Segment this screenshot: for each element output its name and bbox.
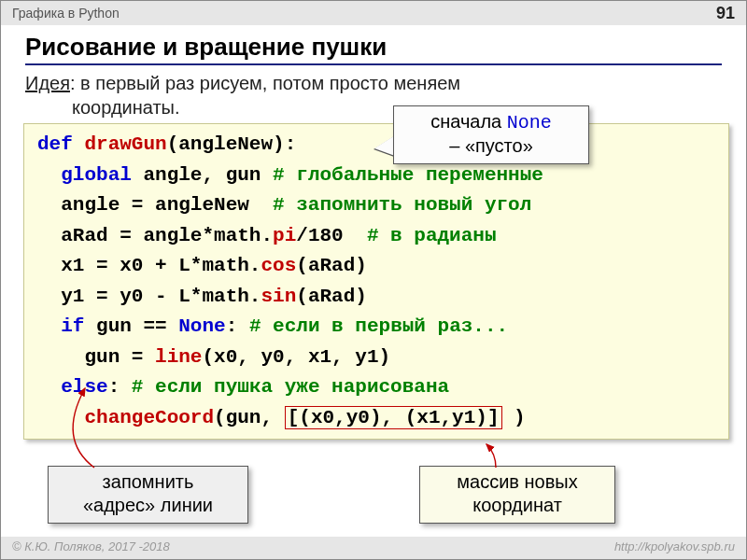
fn-line: line (155, 346, 202, 368)
callout-addr-2: «адрес» линии (83, 495, 213, 515)
code-l8a: gun = (84, 346, 155, 368)
code-l10b: ) (502, 407, 526, 428)
fn-drawgun: drawGun (84, 133, 166, 155)
kw-global: global (61, 164, 132, 186)
code-l6a: y1 = y0 - L*math. (61, 286, 261, 307)
attr-sin: sin (261, 286, 296, 307)
callout-arr-1: массив новых (457, 471, 577, 492)
header-topic: Графика в Python (12, 1, 120, 25)
cm-l2: # глобальные переменные (273, 164, 543, 186)
code-l9a: : (108, 376, 132, 398)
code-l7b: : (226, 315, 249, 337)
box-array: [(x0,y0), (x1,y1)] (285, 406, 502, 429)
callout-pointer-icon (374, 135, 395, 156)
kw-def: def (37, 133, 73, 155)
code-l5a: x1 = x0 + L*math. (61, 255, 261, 276)
attr-pi: pi (273, 225, 296, 246)
callout-address: запомнить«адрес» линии (48, 466, 248, 524)
footer-bar: © К.Ю. Поляков, 2017 -2018 http://kpolya… (1, 537, 746, 559)
code-l8b: (x0, y0, x1, y1) (202, 346, 390, 368)
header-bar: Графика в Python 91 (1, 1, 746, 25)
callout-array: массив новыхкоординат (419, 466, 615, 524)
cm-l3: # запомнить новый угол (273, 194, 531, 216)
callout-none-code: None (507, 112, 552, 133)
const-none: None (178, 315, 225, 337)
idea-block: Идея: в первый раз рисуем, потом просто … (25, 71, 722, 119)
cm-l7: # если в первый раз... (249, 315, 508, 337)
slide: Графика в Python 91 Рисование и вращение… (0, 0, 747, 560)
page-number: 91 (716, 1, 735, 25)
callout-arr-2: координат (472, 495, 562, 515)
callout-none: сначала None – «пусто» (393, 105, 589, 164)
footer-right: http://kpolyakov.spb.ru (614, 539, 735, 559)
footer-left: © К.Ю. Поляков, 2017 -2018 (12, 539, 170, 559)
code-l6b: (aRad) (296, 286, 367, 307)
callout-addr-1: запомнить (103, 471, 194, 492)
callout-none-text1: сначала (430, 111, 507, 132)
kw-else: else (61, 376, 107, 398)
idea-text-1: : в первый раз рисуем, потом просто меня… (70, 73, 460, 93)
code-l7a: gun == (84, 315, 178, 337)
code-l4b: /180 (296, 225, 367, 246)
fn-changecoord: changeCoord (84, 407, 214, 428)
cm-l9: # если пушка уже нарисована (132, 376, 449, 398)
code-l1-rest: (angleNew): (167, 133, 297, 155)
slide-title: Рисование и вращение пушки (25, 33, 722, 65)
idea-label: Идея (25, 73, 70, 93)
kw-if: if (61, 315, 84, 337)
code-l3a: angle = angleNew (61, 194, 273, 216)
attr-cos: cos (261, 255, 296, 276)
arrow-array-icon (486, 444, 496, 468)
callout-none-text2: – «пусто» (449, 135, 533, 156)
code-l5b: (aRad) (296, 255, 367, 276)
idea-text-2: координаты. (72, 95, 180, 119)
code-l4a: aRad = angle*math. (61, 225, 273, 246)
code-l2-rest: angle, gun (132, 164, 273, 186)
code-l10a: (gun, (214, 407, 285, 428)
cm-l4: # в радианы (367, 225, 497, 246)
code-block: def drawGun(angleNew): global angle, gun… (23, 123, 729, 440)
